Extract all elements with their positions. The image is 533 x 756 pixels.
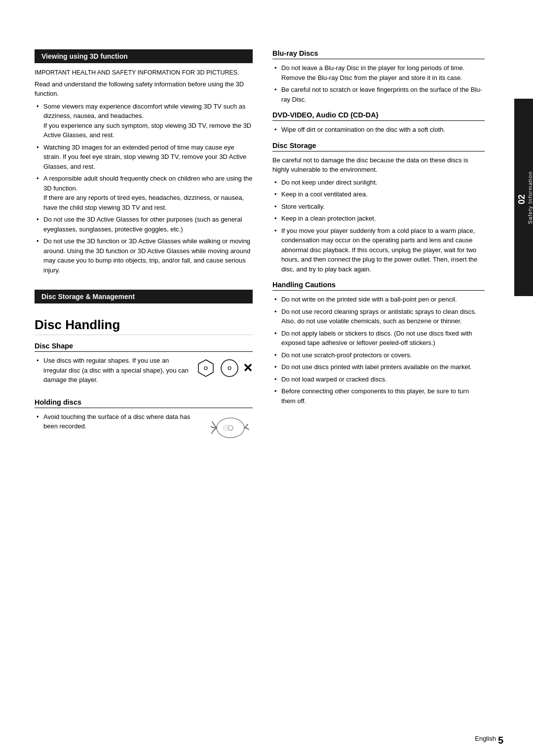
- right-column: Blu-ray Discs Do not leave a Blu-ray Dis…: [272, 49, 485, 444]
- list-item: Do not leave a Blu-ray Disc in the playe…: [272, 63, 485, 82]
- bluray-bullets: Do not leave a Blu-ray Disc in the playe…: [272, 63, 485, 104]
- list-item: Some viewers may experience discomfort w…: [35, 102, 253, 140]
- list-item: Use discs with regular shapes. If you us…: [35, 356, 190, 385]
- section1-intro-body: Read and understand the following safety…: [35, 79, 253, 99]
- language-label: English: [475, 735, 496, 746]
- list-item: If you move your player suddenly from a …: [272, 226, 485, 274]
- list-item: A responsible adult should frequently ch…: [35, 174, 253, 212]
- regular-disc-icon: [195, 358, 216, 378]
- list-item: Do not load warped or cracked discs.: [272, 375, 485, 384]
- svg-line-8: [223, 429, 228, 431]
- list-item: Do not apply labels or stickers to discs…: [272, 329, 485, 348]
- x-mark-icon: ✕: [243, 361, 253, 375]
- svg-point-2: [221, 360, 238, 377]
- holding-discs-illustration: [203, 414, 253, 444]
- svg-point-4: [217, 418, 244, 438]
- list-item: Keep in a clean protection jacket.: [272, 214, 485, 224]
- left-column: Viewing using 3D function IMPORTANT HEAL…: [35, 49, 253, 444]
- section1-bullets: Some viewers may experience discomfort w…: [35, 102, 253, 275]
- disc-storage-intro: Be careful not to damage the disc becaus…: [272, 155, 485, 175]
- list-item: Store vertically.: [272, 202, 485, 212]
- list-item: Watching 3D images for an extended perio…: [35, 143, 253, 172]
- page-number: 5: [498, 735, 503, 746]
- section1-intro-uppercase: IMPORTANT HEALTH AND SAFETY INFORMATION …: [35, 68, 253, 77]
- two-col-layout: Viewing using 3D function IMPORTANT HEAL…: [35, 49, 485, 444]
- dvd-header: DVD-VIDEO, Audio CD (CD-DA): [272, 111, 485, 121]
- bottom-bar: English 5: [0, 735, 533, 746]
- list-item: Do not use the 3D Active Glasses for oth…: [35, 215, 253, 234]
- list-item: Wipe off dirt or contamination on the di…: [272, 125, 485, 135]
- list-item: Avoid touching the surface of a disc whe…: [35, 412, 198, 431]
- side-tab-number: 02: [517, 194, 527, 204]
- disc-shape-row: Use discs with regular shapes. If you us…: [35, 356, 253, 391]
- list-item: Do not use record cleaning sprays or ant…: [272, 307, 485, 326]
- list-item: Be careful not to scratch or leave finge…: [272, 85, 485, 104]
- disc-shape-bullets: Use discs with regular shapes. If you us…: [35, 356, 190, 387]
- svg-point-1: [204, 367, 207, 370]
- handling-cautions-bullets: Do not write on the printed side with a …: [272, 295, 485, 406]
- side-tab-label: Safety Information: [527, 171, 533, 224]
- svg-point-3: [228, 367, 231, 370]
- section1-header: Viewing using 3D function: [35, 49, 253, 63]
- dvd-bullets: Wipe off dirt or contamination on the di…: [272, 125, 485, 135]
- list-item: Do not use the 3D function or 3D Active …: [35, 236, 253, 275]
- section2-header: Disc Storage & Management: [35, 290, 253, 303]
- svg-line-6: [223, 425, 228, 426]
- list-item: Do not write on the printed side with a …: [272, 295, 485, 304]
- disc-storage-bullets: Do not keep under direct sunlight. Keep …: [272, 178, 485, 274]
- list-item: Keep in a cool ventilated area.: [272, 189, 485, 199]
- page: 02 Safety Information Viewing using 3D f…: [0, 0, 533, 756]
- side-tab: 02 Safety Information: [514, 99, 533, 296]
- svg-marker-0: [198, 360, 213, 377]
- svg-point-5: [228, 425, 233, 430]
- list-item: Do not keep under direct sunlight.: [272, 178, 485, 188]
- main-content: Viewing using 3D function IMPORTANT HEAL…: [0, 30, 514, 736]
- handling-cautions-header: Handling Cautions: [272, 281, 485, 291]
- circular-disc-icon: [219, 358, 240, 378]
- bluray-header: Blu-ray Discs: [272, 49, 485, 59]
- disc-shape-header: Disc Shape: [35, 342, 253, 352]
- holding-discs-bullets: Avoid touching the surface of a disc whe…: [35, 412, 198, 434]
- list-item: Do not use discs printed with label prin…: [272, 362, 485, 372]
- list-item: Before connecting other components to th…: [272, 386, 485, 406]
- holding-discs-row: Avoid touching the surface of a disc whe…: [35, 412, 253, 444]
- disc-storage-header: Disc Storage: [272, 142, 485, 151]
- holding-discs-header: Holding discs: [35, 398, 253, 408]
- disc-handling-title: Disc Handling: [35, 317, 253, 335]
- disc-icons: ✕: [195, 358, 253, 378]
- list-item: Do not use scratch-proof protectors or c…: [272, 350, 485, 360]
